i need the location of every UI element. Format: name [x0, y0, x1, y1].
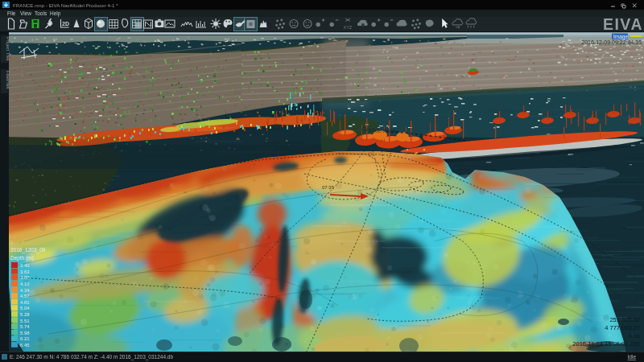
svg-text:5.74: 5.74: [20, 324, 30, 329]
svg-text:2016_1203_09: 2016_1203_09: [10, 247, 46, 253]
svg-text:2016-11-14 15:05:06.285: 2016-11-14 15:05:06.285: [572, 340, 640, 348]
svg-text:2016-12-09 09:22:44.16: 2016-12-09 09:22:44.16: [581, 39, 642, 45]
svg-text:3.63: 3.63: [20, 269, 30, 274]
svg-text:Help: Help: [50, 10, 61, 17]
svg-text:4.34: 4.34: [20, 288, 30, 293]
svg-text:E: 246 247.30 m N: 4 786 032.7: E: 246 247.30 m N: 4 786 032.74 m Z: -4.…: [10, 354, 173, 360]
svg-text:4.38: 4.38: [628, 332, 640, 339]
svg-text:File: File: [7, 10, 16, 16]
svg-text:Tools: Tools: [35, 10, 47, 16]
svg-text:5.98: 5.98: [20, 331, 30, 335]
svg-text:5.51: 5.51: [20, 319, 30, 323]
svg-text:Project Tree: Project Tree: [6, 37, 10, 61]
svg-text:FRANCE.nmp - EIVA NaviModel Pr: FRANCE.nmp - EIVA NaviModel Producer 4-1…: [13, 2, 118, 8]
svg-text:5.28: 5.28: [20, 312, 30, 317]
svg-text:View: View: [20, 10, 31, 16]
svg-text:Depth (m): Depth (m): [10, 255, 34, 261]
svg-text:3.40: 3.40: [20, 263, 30, 268]
svg-text:5.04: 5.04: [20, 306, 30, 311]
svg-text:Idle: Idle: [628, 354, 637, 360]
svg-text:6.21: 6.21: [20, 336, 30, 341]
svg-text:4 777 063.27: 4 777 063.27: [605, 324, 640, 331]
svg-text:4.57: 4.57: [20, 294, 30, 298]
svg-text:Favorites: Favorites: [6, 71, 10, 89]
svg-text:2D: 2D: [62, 21, 69, 27]
svg-text:XYZ: XYZ: [344, 25, 353, 30]
svg-text:4.10: 4.10: [20, 282, 30, 286]
svg-text:07:35: 07:35: [322, 185, 335, 190]
svg-text:6.45: 6.45: [20, 343, 30, 348]
svg-text:EIVA: EIVA: [603, 15, 643, 33]
svg-text:3.87: 3.87: [20, 275, 30, 280]
svg-text:4.81: 4.81: [20, 300, 30, 305]
svg-text:251 305.02: 251 305.02: [609, 316, 640, 323]
